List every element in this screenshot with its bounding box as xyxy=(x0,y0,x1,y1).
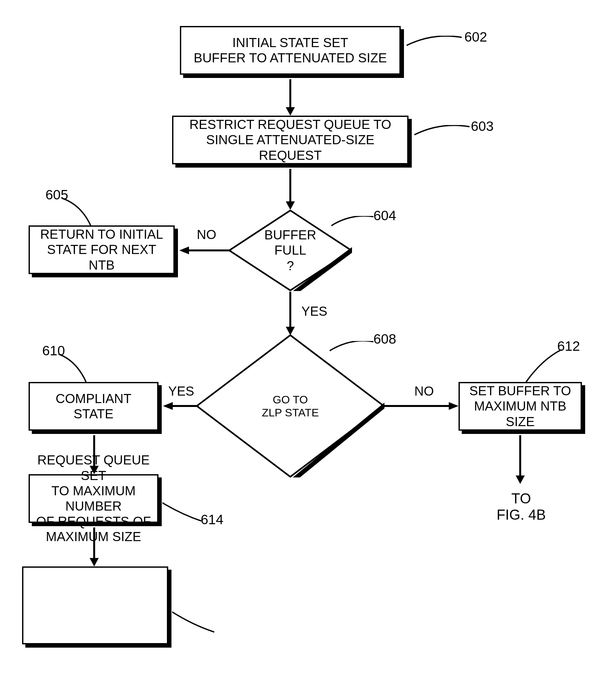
svg-marker-13 xyxy=(163,402,173,410)
process-614-request-queue-max xyxy=(22,567,168,644)
ref-604: 604 xyxy=(373,208,396,223)
leader-603 xyxy=(414,125,469,139)
label-604-no: NO xyxy=(197,227,216,242)
process-608-zlp-state: SET BUFFER TOMAXIMUM NTB SIZE xyxy=(459,382,582,431)
process-602-initial-state: INITIAL STATE SETBUFFER TO ATTENUATED SI… xyxy=(180,26,401,75)
offpage-fig4b: TOFIG. 4B xyxy=(490,490,552,523)
process-605-return-initial: RETURN TO INITIALSTATE FOR NEXT NTB xyxy=(28,225,175,274)
leader-608 xyxy=(520,350,565,384)
leader-602 xyxy=(406,36,462,50)
svg-marker-3 xyxy=(286,201,295,210)
edge-604-605 xyxy=(179,245,231,256)
ref-612: 614 xyxy=(201,512,223,527)
edge-604-606 xyxy=(284,292,296,335)
process-603-text: RESTRICT REQUEST QUEUE TOSINGLE ATTENUAT… xyxy=(177,117,404,163)
ref-606: 608 xyxy=(373,331,396,347)
leader-605 xyxy=(59,198,97,229)
process-605-text: RETURN TO INITIALSTATE FOR NEXT NTB xyxy=(33,227,170,273)
process-602-text: INITIAL STATE SETBUFFER TO ATTENUATED SI… xyxy=(194,35,387,66)
svg-marker-15 xyxy=(449,402,459,410)
svg-marker-17 xyxy=(516,476,525,484)
edge-602-603 xyxy=(284,79,296,116)
process-610-compliant-state: COMPLIANTSTATE xyxy=(28,382,158,431)
ref-603: 603 xyxy=(471,118,493,134)
label-604-yes: YES xyxy=(301,304,327,318)
leader-604 xyxy=(331,216,373,230)
process-608-text: SET BUFFER TOMAXIMUM NTB SIZE xyxy=(463,383,577,429)
decision-606-ntb-size: GO TOZLP STATE xyxy=(196,334,384,478)
edge-606-610 xyxy=(163,400,199,412)
leader-612 xyxy=(162,502,201,526)
svg-marker-1 xyxy=(286,107,295,116)
label-606-no: NO xyxy=(414,384,434,398)
flowchart-canvas: INITIAL STATE SETBUFFER TO ATTENUATED SI… xyxy=(0,0,616,684)
edge-603-604 xyxy=(284,169,296,210)
svg-marker-9 xyxy=(286,327,295,335)
edge-608-offpage xyxy=(514,435,526,484)
leader-610 xyxy=(55,354,91,384)
process-603-restrict-queue: RESTRICT REQUEST QUEUE TOSINGLE ATTENUAT… xyxy=(172,116,409,164)
decision-606-text: GO TOZLP STATE xyxy=(196,334,384,478)
process-610-text: COMPLIANTSTATE xyxy=(56,391,131,422)
process-612-set-buffer-max: REQUEST QUEUE SETTO MAXIMUM NUMBEROF REQ… xyxy=(28,474,158,523)
svg-marker-21 xyxy=(90,558,99,567)
svg-marker-7 xyxy=(179,246,189,254)
leader-606 xyxy=(330,341,373,355)
edge-612-614 xyxy=(88,527,100,567)
offpage-to: TOFIG. 4B xyxy=(490,490,552,523)
edge-606-608 xyxy=(384,400,459,412)
leader-614 xyxy=(172,611,214,638)
label-606-yes: YES xyxy=(168,384,194,398)
ref-602: 602 xyxy=(464,29,487,45)
